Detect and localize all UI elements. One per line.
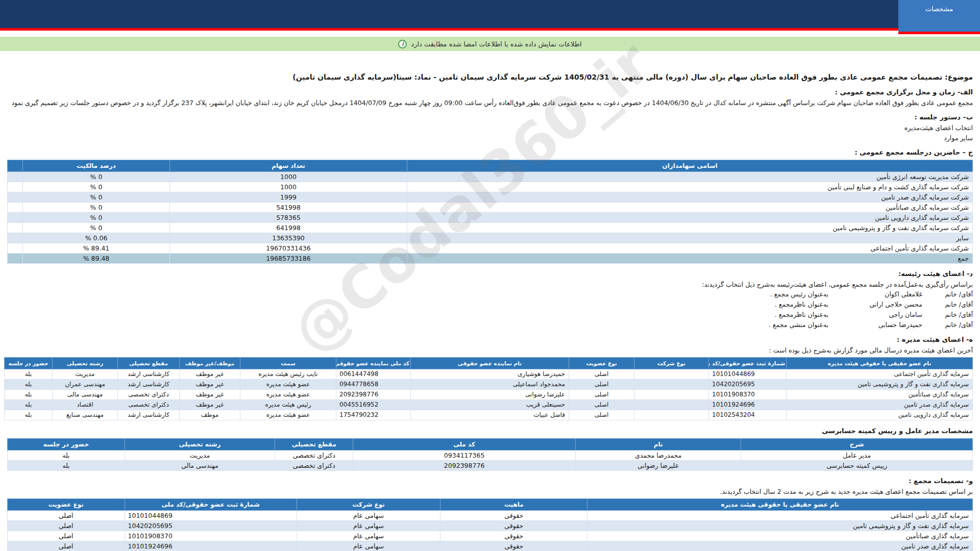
table-row: سرمایه گذاری صدر تامینحقوقیسهامی عام1010… [8,541,973,551]
table-cell: % 0 [23,172,170,182]
table-cell: مدیریت [125,450,275,461]
table-cell: سرمایه گذاری دارویی تامین [787,410,973,420]
board-members-table: نام عضو حقیقی یا حقوقی هیئت مدیره شمارهٔ… [4,357,973,420]
table-cell: غیر موظف [180,400,240,410]
table-cell: حقوقی [440,531,587,541]
table-cell: سرمایه گذاری صباتأمین [787,390,973,400]
table-cell [634,369,709,380]
table-cell: 0045516952 [336,400,411,410]
table-cell: حقوقی [440,541,587,551]
decisions-table: نام عضو حقیقی یا حقوقی هیئت مدیره ماهیت … [7,498,973,551]
table-cell: مهندسی عمران [53,380,118,390]
col-header-degree-level: مقطع تحصیلی [118,358,180,369]
table-cell: شرکت سرمایه گذاری دارویی تامین [407,213,973,223]
table-cell: 10420205695 [709,380,787,390]
table-cell: نایب رئیس هیئت مدیره [240,369,336,380]
col-header-description: شرح [741,439,973,450]
section-title-presiding-board: د- اعضای هیئت رئیسه: [7,269,973,279]
col-header-membership-type: نوع عضویت [8,499,125,511]
table-cell: اصلی [569,369,634,380]
table-row: سایر13635390% 0.06 [8,233,973,243]
table-cell [634,380,709,390]
table-cell [8,182,23,192]
col-header-registration-number: شمارهٔ ثبت عضو حقوقی/کد ملی [125,499,297,511]
table-cell: عضو هیئت مدیره [240,380,336,390]
table-cell: غیر موظف [180,369,240,380]
table-cell: 10101908370 [125,531,297,541]
col-header-representative-national-id: کد ملی نماینده عضو حقوقی [336,358,411,369]
table-cell: شرکت مدیریت توسعه انرژی تأمین [407,172,973,182]
table-cell: % 0 [23,182,170,192]
member-prefix: آقای/ خانم [924,290,973,299]
table-cell: اقتصاد [53,400,118,410]
col-header-membership-type: نوع عضویت [569,358,634,369]
section-title-time-place: الف- زمان و محل برگزاری مجمع عمومی : [7,88,973,97]
table-cell: مهندسی مالی [125,461,275,471]
col-header-national-id: کد ملی [353,439,575,450]
table-row: سرمایه گذاری تأمین اجتماعی10101044869اصل… [5,369,973,380]
member-name: غلامعلی اکوان [830,290,922,299]
table-cell: سهامی عام [297,531,440,541]
col-header-attendance: حضور در جلسه [5,358,53,369]
table-cell: اصلی [8,521,125,531]
table-cell: مدیر عامل [741,450,973,461]
table-cell: سرمایه گذاری تأمین اجتماعی [587,511,973,521]
table-row: شرکت سرمایه گذاری نفت و گاز و پتروشیمی ت… [8,223,973,233]
table-cell: % 0 [23,213,170,223]
table-cell: اصلی [8,511,125,521]
col-header-company-type: نوع شرکت [297,499,440,511]
table-row: شرکت سرمایه گذاری تأمین اجتماعی196703314… [8,243,973,254]
info-icon: i [398,40,407,48]
table-cell: کارشناسی ارشد [118,369,180,380]
table-cell: بله [5,410,53,420]
table-cell: اصلی [8,541,125,551]
top-header-bar: مشخصات [0,0,980,37]
table-cell: شرکت سرمایه گذاری صباتأمین [407,203,973,213]
member-prefix: آقای/ خانم [924,320,973,330]
table-row: مدیر عاملمحمدرضا محمدی0934117365دکترای ت… [8,450,973,461]
table-cell [8,233,23,243]
decisions-header-row: نام عضو حقیقی یا حقوقی هیئت مدیره ماهیت … [8,499,973,511]
table-row: سرمایه گذاری صباتأمینحقوقیسهامی عام10101… [8,531,973,541]
table-row: سرمایه گذاری صباتأمین10101908370اصلیعلیر… [5,390,973,400]
header-navy-strip [0,0,980,28]
col-header-ownership-percent: درصد مالکیت [23,160,170,172]
table-cell: % 0 [23,192,170,203]
table-cell: عضو هیئت مدیره [240,410,336,420]
table-cell: % 89.41 [23,243,170,254]
member-name: محسن حلاجی ارانی [830,300,922,309]
table-cell: شرکت سرمایه گذاری کشت و دام و صنایع لبنی… [407,182,973,192]
table-cell: اصلی [569,410,634,420]
header-red-line [0,28,980,31]
table-cell: 1754790232 [336,410,411,420]
table-cell: 10102543204 [709,410,787,420]
table-cell: علیرضا رضوانی [575,461,741,471]
table-cell: 541998 [170,203,407,213]
table-cell: 2092398776 [353,461,575,471]
table-cell: % 0.06 [23,233,170,243]
table-cell [8,203,23,213]
table-cell: 0061447498 [336,369,411,380]
notice-text: اطلاعات نمایش داده شده با اطلاعات امضا ش… [411,40,581,48]
table-cell: 10101044869 [125,511,297,521]
report-content: موضوع: تصمیمات مجمع عمومی عادی بطور فوق … [0,72,980,551]
presiding-member-line: آقای/ خانم سامان راجی به‌عنوان ناظرمجمع … [7,310,973,319]
table-cell: رئیس هیئت مدیره [240,400,336,410]
decisions-table-body: سرمایه گذاری تأمین اجتماعیحقوقیسهامی عام… [8,511,973,551]
agenda-item-2: سایر موارد [7,134,973,142]
tab-specifications[interactable]: مشخصات [898,0,980,34]
table-cell: شرکت سرمایه گذاری نفت و گاز و پتروشیمی ت… [407,223,973,233]
managers-table-body: مدیر عاملمحمدرضا محمدی0934117365دکترای ت… [8,450,973,471]
col-header-shareholder-name: اسامی سهامداران [407,160,973,172]
col-header-representative-name: نام نماینده عضو حقوقی [411,358,569,369]
table-cell: سهامی عام [297,541,440,551]
table-cell [634,390,709,400]
col-header-field-of-study: رشته تحصیلی [125,439,275,450]
table-cell: 19685733186 [170,254,407,264]
table-cell: حمیدرضا هوشیاری [411,369,569,380]
table-cell: 19670331436 [170,243,407,254]
member-prefix: آقای/ خانم [924,310,973,319]
shareholders-table-body: شرکت مدیریت توسعه انرژی تأمین1000% 0شرکت… [8,172,973,264]
table-cell: 10101924696 [125,541,297,551]
table-cell [8,192,23,203]
